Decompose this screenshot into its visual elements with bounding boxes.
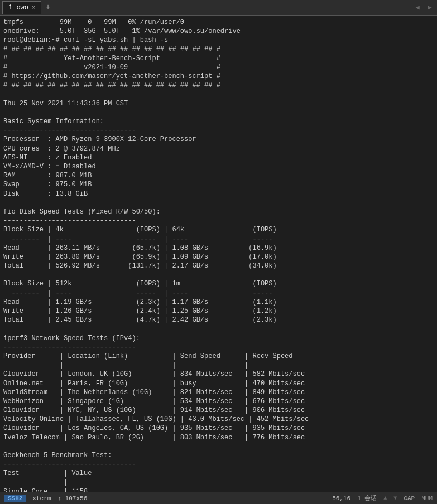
status-bar: SSH2 xterm ↕ 107x56 56,16 1 会话 ▲ ▼ CAP N… — [0, 492, 437, 504]
cap-indicator: CAP — [404, 495, 415, 502]
terminal-content: tmpfs 99M 0 99M 0% /run/user/0 onedrive:… — [0, 16, 437, 492]
nav-right-button[interactable]: ▶ — [425, 3, 435, 13]
nav-left-button[interactable]: ◀ — [412, 3, 422, 13]
new-tab-button[interactable]: + — [42, 2, 54, 13]
dimensions-label: ↕ 107x56 — [57, 495, 87, 502]
num-indicator: NUM — [421, 495, 433, 502]
session-label: 1 会话 — [357, 494, 377, 502]
active-tab[interactable]: 1 owo × — [2, 1, 41, 14]
title-bar: 1 owo × + ◀ ▶ — [0, 0, 437, 16]
tab-label: 1 owo — [8, 4, 28, 12]
coords-label: 56,16 — [332, 495, 350, 502]
tab-close-button[interactable]: × — [32, 5, 35, 11]
scroll-down-button[interactable]: ▼ — [393, 495, 397, 501]
tab-area: 1 owo × + — [2, 1, 412, 14]
scroll-up-button[interactable]: ▲ — [383, 495, 387, 501]
xterm-label: xterm — [32, 495, 51, 502]
ssh-badge: SSH2 — [4, 495, 26, 502]
terminal-output: tmpfs 99M 0 99M 0% /run/user/0 onedrive:… — [3, 18, 434, 492]
titlebar-controls: ◀ ▶ — [412, 3, 435, 13]
line-tmpfs: tmpfs 99M 0 99M 0% /run/user/0 onedrive:… — [3, 18, 309, 492]
